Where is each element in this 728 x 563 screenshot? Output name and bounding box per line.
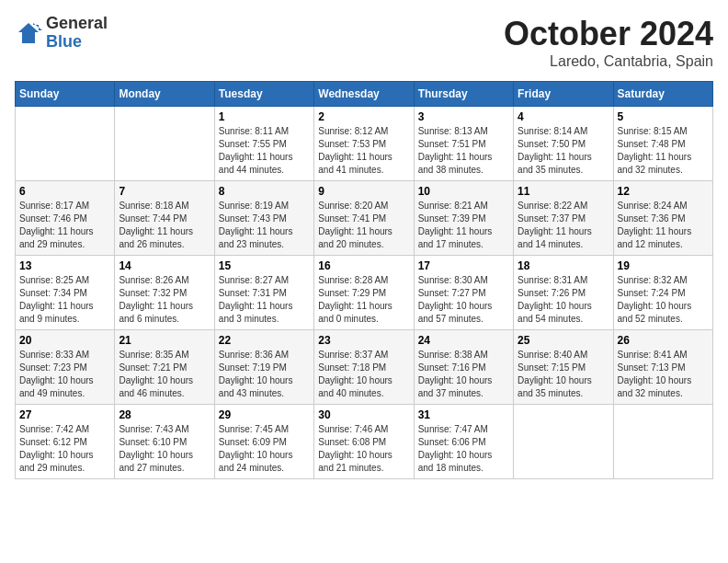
day-number: 31 — [418, 408, 509, 421]
day-number: 30 — [318, 408, 409, 421]
calendar-cell — [115, 107, 214, 181]
weekday-header-monday: Monday — [115, 82, 214, 107]
day-info: Sunrise: 8:35 AM Sunset: 7:21 PM Dayligh… — [119, 349, 210, 400]
day-number: 11 — [518, 185, 609, 198]
title-month: October 2024 — [504, 15, 713, 53]
day-number: 29 — [219, 408, 310, 421]
calendar-cell: 10Sunrise: 8:21 AM Sunset: 7:39 PM Dayli… — [414, 181, 513, 256]
day-info: Sunrise: 8:36 AM Sunset: 7:19 PM Dayligh… — [219, 349, 310, 400]
day-number: 16 — [318, 259, 409, 272]
day-info: Sunrise: 8:30 AM Sunset: 7:27 PM Dayligh… — [418, 274, 509, 326]
calendar-cell: 6Sunrise: 8:17 AM Sunset: 7:46 PM Daylig… — [16, 181, 115, 256]
logo-general: General — [46, 15, 108, 33]
week-row-4: 20Sunrise: 8:33 AM Sunset: 7:23 PM Dayli… — [16, 330, 713, 405]
day-info: Sunrise: 7:42 AM Sunset: 6:12 PM Dayligh… — [19, 423, 110, 475]
day-number: 8 — [219, 185, 310, 198]
day-number: 25 — [518, 334, 609, 347]
day-number: 22 — [219, 334, 310, 347]
calendar-cell: 26Sunrise: 8:41 AM Sunset: 7:13 PM Dayli… — [613, 330, 712, 405]
weekday-header-thursday: Thursday — [414, 82, 513, 107]
calendar-cell: 31Sunrise: 7:47 AM Sunset: 6:06 PM Dayli… — [414, 405, 513, 479]
calendar-cell: 11Sunrise: 8:22 AM Sunset: 7:37 PM Dayli… — [514, 181, 613, 256]
day-number: 17 — [418, 259, 509, 272]
day-number: 15 — [219, 259, 310, 272]
day-info: Sunrise: 8:11 AM Sunset: 7:55 PM Dayligh… — [219, 125, 310, 177]
day-info: Sunrise: 8:13 AM Sunset: 7:51 PM Dayligh… — [418, 125, 509, 177]
day-number: 3 — [418, 110, 509, 123]
calendar-cell: 8Sunrise: 8:19 AM Sunset: 7:43 PM Daylig… — [214, 181, 313, 256]
calendar-cell: 29Sunrise: 7:45 AM Sunset: 6:09 PM Dayli… — [214, 405, 313, 479]
day-number: 13 — [19, 259, 110, 272]
day-info: Sunrise: 8:37 AM Sunset: 7:18 PM Dayligh… — [318, 349, 409, 400]
day-info: Sunrise: 8:41 AM Sunset: 7:13 PM Dayligh… — [618, 349, 709, 400]
calendar-cell: 14Sunrise: 8:26 AM Sunset: 7:32 PM Dayli… — [115, 256, 214, 330]
logo-text: General Blue — [46, 15, 108, 52]
day-number: 19 — [618, 259, 709, 272]
title-block: October 2024 Laredo, Cantabria, Spain — [504, 15, 713, 70]
day-info: Sunrise: 7:47 AM Sunset: 6:06 PM Dayligh… — [418, 423, 509, 475]
day-info: Sunrise: 8:12 AM Sunset: 7:53 PM Dayligh… — [318, 125, 409, 177]
day-info: Sunrise: 7:43 AM Sunset: 6:10 PM Dayligh… — [119, 423, 210, 475]
page-header: General Blue October 2024 Laredo, Cantab… — [15, 15, 713, 70]
calendar-cell: 2Sunrise: 8:12 AM Sunset: 7:53 PM Daylig… — [314, 107, 414, 181]
logo-blue: Blue — [46, 33, 108, 52]
week-row-3: 13Sunrise: 8:25 AM Sunset: 7:34 PM Dayli… — [16, 256, 713, 330]
logo: General Blue — [15, 15, 108, 52]
day-number: 26 — [618, 334, 709, 347]
calendar-cell: 22Sunrise: 8:36 AM Sunset: 7:19 PM Dayli… — [214, 330, 313, 405]
calendar-cell: 25Sunrise: 8:40 AM Sunset: 7:15 PM Dayli… — [514, 330, 613, 405]
day-info: Sunrise: 8:15 AM Sunset: 7:48 PM Dayligh… — [618, 125, 709, 177]
day-number: 10 — [418, 185, 509, 198]
day-number: 9 — [318, 185, 409, 198]
day-number: 2 — [318, 110, 409, 123]
day-info: Sunrise: 8:24 AM Sunset: 7:36 PM Dayligh… — [618, 200, 709, 251]
logo-icon — [15, 19, 42, 47]
weekday-header-tuesday: Tuesday — [214, 82, 313, 107]
week-row-1: 1Sunrise: 8:11 AM Sunset: 7:55 PM Daylig… — [16, 107, 713, 181]
day-number: 20 — [19, 334, 110, 347]
day-info: Sunrise: 8:14 AM Sunset: 7:50 PM Dayligh… — [518, 125, 609, 177]
weekday-header-saturday: Saturday — [613, 82, 712, 107]
day-info: Sunrise: 8:17 AM Sunset: 7:46 PM Dayligh… — [19, 200, 110, 251]
day-number: 7 — [119, 185, 210, 198]
week-row-2: 6Sunrise: 8:17 AM Sunset: 7:46 PM Daylig… — [16, 181, 713, 256]
calendar-cell — [514, 405, 613, 479]
weekday-header-wednesday: Wednesday — [314, 82, 414, 107]
svg-marker-0 — [18, 23, 39, 43]
day-info: Sunrise: 8:18 AM Sunset: 7:44 PM Dayligh… — [119, 200, 210, 251]
calendar-cell: 12Sunrise: 8:24 AM Sunset: 7:36 PM Dayli… — [613, 181, 712, 256]
day-info: Sunrise: 8:26 AM Sunset: 7:32 PM Dayligh… — [119, 274, 210, 326]
day-info: Sunrise: 8:21 AM Sunset: 7:39 PM Dayligh… — [418, 200, 509, 251]
day-info: Sunrise: 7:46 AM Sunset: 6:08 PM Dayligh… — [318, 423, 409, 475]
calendar-cell: 17Sunrise: 8:30 AM Sunset: 7:27 PM Dayli… — [414, 256, 513, 330]
calendar-cell: 30Sunrise: 7:46 AM Sunset: 6:08 PM Dayli… — [314, 405, 414, 479]
calendar-cell: 15Sunrise: 8:27 AM Sunset: 7:31 PM Dayli… — [214, 256, 313, 330]
calendar-cell: 9Sunrise: 8:20 AM Sunset: 7:41 PM Daylig… — [314, 181, 414, 256]
calendar-cell: 23Sunrise: 8:37 AM Sunset: 7:18 PM Dayli… — [314, 330, 414, 405]
day-info: Sunrise: 8:32 AM Sunset: 7:24 PM Dayligh… — [618, 274, 709, 326]
day-number: 21 — [119, 334, 210, 347]
day-number: 6 — [19, 185, 110, 198]
calendar-table: SundayMondayTuesdayWednesdayThursdayFrid… — [15, 81, 713, 479]
day-info: Sunrise: 8:33 AM Sunset: 7:23 PM Dayligh… — [19, 349, 110, 400]
calendar-cell: 4Sunrise: 8:14 AM Sunset: 7:50 PM Daylig… — [514, 107, 613, 181]
calendar-cell — [16, 107, 115, 181]
weekday-header-friday: Friday — [514, 82, 613, 107]
day-number: 23 — [318, 334, 409, 347]
calendar-cell: 19Sunrise: 8:32 AM Sunset: 7:24 PM Dayli… — [613, 256, 712, 330]
day-number: 28 — [119, 408, 210, 421]
calendar-cell: 1Sunrise: 8:11 AM Sunset: 7:55 PM Daylig… — [214, 107, 313, 181]
day-number: 12 — [618, 185, 709, 198]
day-info: Sunrise: 8:27 AM Sunset: 7:31 PM Dayligh… — [219, 274, 310, 326]
calendar-cell: 28Sunrise: 7:43 AM Sunset: 6:10 PM Dayli… — [115, 405, 214, 479]
day-info: Sunrise: 8:28 AM Sunset: 7:29 PM Dayligh… — [318, 274, 409, 326]
calendar-cell: 7Sunrise: 8:18 AM Sunset: 7:44 PM Daylig… — [115, 181, 214, 256]
calendar-cell: 21Sunrise: 8:35 AM Sunset: 7:21 PM Dayli… — [115, 330, 214, 405]
calendar-cell: 27Sunrise: 7:42 AM Sunset: 6:12 PM Dayli… — [16, 405, 115, 479]
calendar-cell: 16Sunrise: 8:28 AM Sunset: 7:29 PM Dayli… — [314, 256, 414, 330]
day-info: Sunrise: 7:45 AM Sunset: 6:09 PM Dayligh… — [219, 423, 310, 475]
day-info: Sunrise: 8:25 AM Sunset: 7:34 PM Dayligh… — [19, 274, 110, 326]
calendar-cell: 18Sunrise: 8:31 AM Sunset: 7:26 PM Dayli… — [514, 256, 613, 330]
day-info: Sunrise: 8:20 AM Sunset: 7:41 PM Dayligh… — [318, 200, 409, 251]
day-info: Sunrise: 8:31 AM Sunset: 7:26 PM Dayligh… — [518, 274, 609, 326]
